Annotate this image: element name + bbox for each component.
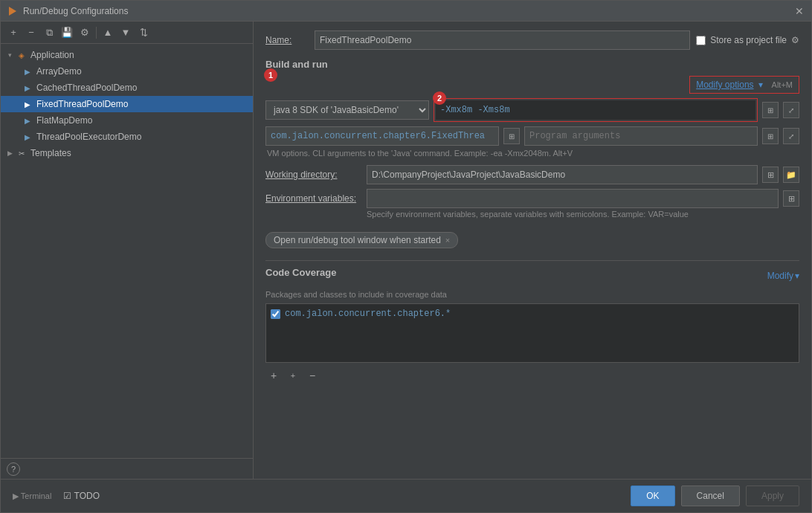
application-group-label: Application [30,50,74,60]
tree-group-application[interactable]: ▾ ◈ Application [1,47,253,63]
main-class-input[interactable] [265,126,499,146]
main-content: + − ⧉ 💾 ⚙ ▲ ▼ ⇅ ▾ ◈ Application ▶ [1,22,811,479]
expand-vm-button[interactable]: ⊞ [762,102,779,118]
env-hint-text: Specify environment variables, separate … [265,210,799,219]
env-expand[interactable]: ⊞ [783,190,799,207]
tree-group-templates[interactable]: ▶ ✂ Templates [1,145,253,161]
name-row: Name: Store as project file ⚙ [265,30,799,50]
coverage-toolbar: + + − [265,367,799,384]
store-gear-icon[interactable]: ⚙ [791,35,799,45]
section-divider [265,260,799,261]
tree-item-array-demo[interactable]: ▶ ArrayDemo [1,63,253,80]
working-dir-browse[interactable]: 📁 [783,167,799,183]
modify-coverage-button[interactable]: Modify ▾ [767,271,799,281]
tree-toolbar: + − ⧉ 💾 ⚙ ▲ ▼ ⇅ [1,22,253,44]
working-dir-row: Working directory: ⊞ 📁 [265,165,799,184]
right-panel: Name: Store as project file ⚙ Build and … [254,22,811,479]
ok-button[interactable]: OK [631,485,674,506]
bottom-left-bar: ? [1,458,253,479]
cancel-button[interactable]: Cancel [681,485,740,506]
terminal-label[interactable]: ▶ Terminal [13,491,51,501]
coverage-entry-row: com.jalon.concurrent.chapter6.* [271,309,794,319]
tree-item-fixed-demo[interactable]: ▶ FixedThreadPoolDemo [1,96,253,112]
working-dir-input[interactable] [367,165,758,184]
close-button[interactable]: ✕ [793,5,805,17]
coverage-add-sub-button[interactable]: + [285,367,301,384]
main-class-expand[interactable]: ⊞ [503,128,520,144]
store-row: Store as project file ⚙ [696,35,799,45]
prog-args-expand[interactable]: ⊞ [762,128,779,144]
app-icon [7,5,19,17]
coverage-checkbox[interactable] [271,309,280,319]
env-vars-label: Environment variables: [265,193,362,204]
store-label: Store as project file [710,35,787,45]
tree-item-cached-demo[interactable]: ▶ CachedThreadPoolDemo [1,80,253,96]
working-dir-expand[interactable]: ⊞ [762,167,779,183]
chip-close-button[interactable]: × [445,236,450,245]
java-icon-threadpooldemo: ▶ [22,131,33,143]
status-bar-left: ▶ Terminal ☑ TODO [13,485,100,506]
group-toggle-icon: ▾ [5,51,14,59]
coverage-description: Packages and classes to include in cover… [265,290,799,299]
tree-item-threadpool-demo[interactable]: ▶ ThreadPoolExecutorDemo [1,129,253,145]
chip-label: Open run/debug tool window when started [274,235,441,245]
todo-label[interactable]: ☑ TODO [63,491,100,501]
templates-icon: ✂ [16,147,28,159]
add-config-button[interactable]: + [5,25,22,41]
move-down-button[interactable]: ▼ [117,25,134,41]
name-field-label: Name: [265,35,303,45]
code-coverage-title: Code Coverage [265,267,336,278]
modify-options-row: 1 Modify options ▾ Alt+M [689,76,799,94]
java-icon-flatmapdemo: ▶ [22,114,33,126]
prog-args-input[interactable] [524,126,758,146]
tree-label-arraydemo: ArrayDemo [36,66,82,77]
open-debug-chip: Open run/debug tool window when started … [265,226,799,254]
sdk-select[interactable]: java 8 SDK of 'JavaBasicDemo' [265,100,429,120]
main-class-row: ⊞ ⊞ ⤢ [265,126,799,146]
templates-label: Templates [30,148,71,158]
badge-2: 2 [433,91,446,105]
settings-button[interactable]: ⚙ [77,25,93,41]
vm-options-input[interactable] [436,100,755,120]
coverage-remove-button[interactable]: − [304,367,320,384]
store-checkbox[interactable] [696,36,706,45]
java-icon-fixeddemo: ▶ [22,98,33,110]
coverage-entry-text: com.jalon.concurrent.chapter6.* [285,309,451,319]
left-panel: + − ⧉ 💾 ⚙ ▲ ▼ ⇅ ▾ ◈ Application ▶ [1,22,254,479]
modify-options-button[interactable]: Modify options [696,80,753,90]
modify-shortcut-label: Alt+M [772,80,793,89]
fullscreen-vm-button[interactable]: ⤢ [783,102,799,118]
coverage-box: com.jalon.concurrent.chapter6.* [265,303,799,363]
move-up-button[interactable]: ▲ [100,25,116,41]
svg-marker-0 [9,7,16,16]
java-icon-cacheddemo: ▶ [22,82,33,94]
application-group-icon: ◈ [16,49,28,61]
modify-coverage-arrow: ▾ [795,271,799,281]
name-input[interactable] [315,30,690,50]
copy-config-button[interactable]: ⧉ [41,25,57,41]
tree-label-cacheddemo: CachedThreadPoolDemo [36,83,137,93]
help-button[interactable]: ? [7,462,20,476]
title-bar-text: Run/Debug Configurations [23,6,793,16]
save-config-button[interactable]: 💾 [59,25,75,41]
sort-button[interactable]: ⇅ [135,25,152,41]
modify-options-arrow: ▾ [758,80,763,90]
env-vars-row: Environment variables: ⊞ [265,189,799,208]
apply-button[interactable]: Apply [746,485,799,506]
remove-config-button[interactable]: − [23,25,39,41]
modify-coverage-label: Modify [767,271,793,281]
working-dir-label: Working directory: [265,170,362,180]
prog-args-fullscreen[interactable]: ⤢ [783,128,799,144]
build-run-title: Build and run [265,59,799,70]
tree-label-fixeddemo: FixedThreadPoolDemo [36,99,128,109]
tree-item-flatmap-demo[interactable]: ▶ FlatMapDemo [1,112,253,129]
sdk-row: java 8 SDK of 'JavaBasicDemo' 2 ⊞ ⤢ [265,98,799,122]
env-vars-input[interactable] [367,189,779,208]
java-icon-arraydemo: ▶ [22,65,33,77]
config-tree: ▾ ◈ Application ▶ ArrayDemo ▶ CachedThre… [1,44,253,458]
templates-toggle-icon: ▶ [5,149,14,158]
coverage-add-button[interactable]: + [265,367,282,384]
vm-hint-text: VM options. CLI arguments to the 'Java' … [265,149,799,158]
title-bar: Run/Debug Configurations ✕ [1,1,811,22]
code-coverage-header: Code Coverage Modify ▾ [265,267,799,284]
